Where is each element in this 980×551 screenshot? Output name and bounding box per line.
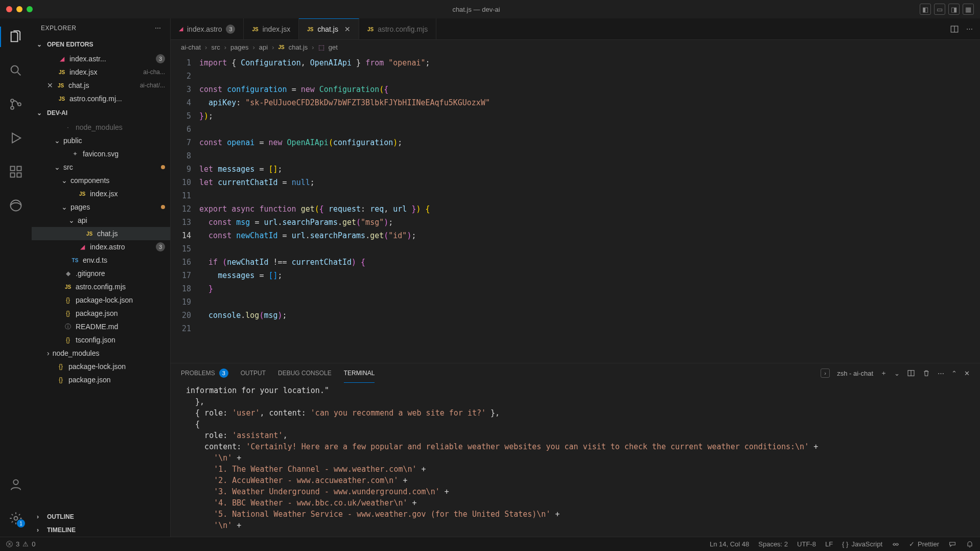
code-editor[interactable]: 123456789101112131415161718192021 import… bbox=[171, 54, 980, 363]
close-panel-icon[interactable]: ✕ bbox=[964, 370, 970, 377]
file-item[interactable]: ⓘREADME.md bbox=[32, 320, 170, 333]
json-file-icon: {} bbox=[59, 376, 63, 383]
folder-item[interactable]: ⌄pages bbox=[32, 200, 170, 214]
editor-tab[interactable]: JSindex.jsx bbox=[244, 18, 299, 39]
crumb[interactable]: get bbox=[329, 43, 338, 51]
settings-activity-icon[interactable]: 1 bbox=[4, 506, 28, 531]
error-icon: ⓧ bbox=[6, 540, 13, 549]
project-section-header[interactable]: ⌄ DEV-AI bbox=[32, 106, 170, 120]
folder-item[interactable]: ›node_modules bbox=[32, 347, 170, 360]
explorer-more-icon[interactable]: ⋯ bbox=[155, 25, 161, 32]
toggle-primary-sidebar-icon[interactable]: ◧ bbox=[920, 4, 931, 15]
debug-console-tab[interactable]: DEBUG CONSOLE bbox=[278, 363, 332, 383]
file-item[interactable]: ◢index.astro3 bbox=[32, 240, 170, 254]
file-name: index.astr... bbox=[69, 55, 153, 63]
file-item[interactable]: JSindex.jsx bbox=[32, 187, 170, 200]
source-control-activity-icon[interactable] bbox=[4, 92, 28, 117]
split-terminal-icon[interactable] bbox=[907, 369, 915, 377]
terminal-output[interactable]: information for your location." }, { rol… bbox=[171, 383, 980, 537]
folder-item[interactable]: ⌄api bbox=[32, 214, 170, 227]
file-item[interactable]: ✦favicon.svg bbox=[32, 147, 170, 160]
crumb[interactable]: chat.js bbox=[289, 43, 308, 51]
maximize-window-button[interactable] bbox=[27, 6, 33, 12]
file-item[interactable]: {}package-lock.json bbox=[32, 360, 170, 373]
accounts-activity-icon[interactable] bbox=[4, 472, 28, 497]
maximize-panel-icon[interactable]: ⌃ bbox=[951, 370, 957, 377]
status-copilot-icon[interactable] bbox=[892, 540, 900, 548]
new-terminal-icon[interactable]: ＋ bbox=[880, 369, 887, 378]
editor-tab[interactable]: JSastro.config.mjs bbox=[359, 18, 436, 39]
terminal-shell-label[interactable]: zsh - ai-chat bbox=[837, 370, 873, 377]
problems-tab[interactable]: PROBLEMS 3 bbox=[181, 363, 228, 383]
timeline-section-header[interactable]: › TIMELINE bbox=[32, 523, 170, 537]
status-prettier[interactable]: ✓ Prettier bbox=[909, 540, 939, 548]
outline-label: OUTLINE bbox=[47, 513, 74, 520]
file-item[interactable]: TSenv.d.ts bbox=[32, 254, 170, 267]
status-feedback-icon[interactable] bbox=[948, 540, 956, 548]
crumb[interactable]: pages bbox=[230, 43, 248, 51]
file-item[interactable]: ·node_modules bbox=[32, 121, 170, 134]
code-content[interactable]: import { Configuration, OpenAIApi } from… bbox=[199, 54, 980, 363]
extensions-activity-icon[interactable] bbox=[4, 159, 28, 184]
toggle-panel-icon[interactable]: ▭ bbox=[934, 4, 945, 15]
item-name: favicon.svg bbox=[83, 150, 165, 158]
status-notifications-icon[interactable] bbox=[966, 540, 974, 548]
window-title: chat.js — dev-ai bbox=[33, 6, 920, 13]
editor-tab[interactable]: JSchat.js✕ bbox=[299, 18, 359, 39]
open-editors-section-header[interactable]: ⌄ OPEN EDITORS bbox=[32, 38, 170, 51]
status-encoding[interactable]: UTF-8 bbox=[797, 540, 816, 548]
edge-tools-activity-icon[interactable] bbox=[4, 193, 28, 218]
file-item[interactable]: {}package.json bbox=[32, 373, 170, 386]
terminal-tab[interactable]: TERMINAL bbox=[344, 363, 375, 383]
file-item[interactable]: {}package.json bbox=[32, 307, 170, 320]
open-editor-item[interactable]: ✕JSchat.jsai-chat/... bbox=[32, 79, 170, 92]
timeline-label: TIMELINE bbox=[47, 526, 76, 534]
file-item[interactable]: {}tsconfig.json bbox=[32, 333, 170, 347]
minimize-window-button[interactable] bbox=[16, 6, 22, 12]
folder-item[interactable]: ⌄public bbox=[32, 134, 170, 147]
status-language[interactable]: { } JavaScript bbox=[842, 540, 882, 548]
output-tab[interactable]: OUTPUT bbox=[241, 363, 266, 383]
chevron-right-icon: › bbox=[37, 513, 44, 520]
file-item[interactable]: JSastro.config.mjs bbox=[32, 280, 170, 293]
file-path-hint: ai-cha... bbox=[143, 68, 165, 76]
open-editor-item[interactable]: JSindex.jsxai-cha... bbox=[32, 65, 170, 79]
search-activity-icon[interactable] bbox=[4, 58, 28, 83]
status-cursor-position[interactable]: Ln 14, Col 48 bbox=[710, 540, 749, 548]
file-item[interactable]: {}package-lock.json bbox=[32, 293, 170, 307]
folder-item[interactable]: ⌄src bbox=[32, 160, 170, 174]
chevron-right-icon: › bbox=[47, 349, 50, 357]
open-editor-item[interactable]: ◢index.astr...3 bbox=[32, 52, 170, 65]
toggle-secondary-sidebar-icon[interactable]: ◨ bbox=[948, 4, 960, 15]
open-editor-item[interactable]: JSastro.config.mj... bbox=[32, 92, 170, 105]
file-item[interactable]: JSchat.js bbox=[32, 227, 170, 240]
editor-tab[interactable]: ◢index.astro3 bbox=[171, 18, 244, 39]
explorer-activity-icon[interactable] bbox=[4, 25, 28, 49]
more-actions-icon[interactable]: ⋯ bbox=[966, 25, 973, 33]
close-window-button[interactable] bbox=[6, 6, 12, 12]
status-eol[interactable]: LF bbox=[825, 540, 833, 548]
folder-item[interactable]: ⌄components bbox=[32, 174, 170, 187]
terminal-profile-icon[interactable]: › bbox=[821, 369, 830, 378]
panel-more-icon[interactable]: ⋯ bbox=[938, 370, 944, 377]
run-debug-activity-icon[interactable] bbox=[4, 126, 28, 150]
breadcrumb[interactable]: ai-chat› src› pages› api› JS chat.js› ⬚ … bbox=[171, 40, 980, 54]
customize-layout-icon[interactable]: ▦ bbox=[963, 4, 974, 15]
kill-terminal-icon[interactable] bbox=[922, 369, 930, 377]
item-name: env.d.ts bbox=[83, 256, 165, 264]
close-tab-icon[interactable]: ✕ bbox=[344, 25, 351, 33]
split-editor-icon[interactable] bbox=[950, 25, 959, 34]
status-indentation[interactable]: Spaces: 2 bbox=[758, 540, 788, 548]
outline-section-header[interactable]: › OUTLINE bbox=[32, 510, 170, 523]
item-name: package.json bbox=[76, 309, 165, 317]
terminal-dropdown-icon[interactable]: ⌄ bbox=[894, 370, 900, 377]
editor-actions: ⋯ bbox=[943, 18, 980, 39]
crumb[interactable]: ai-chat bbox=[181, 43, 201, 51]
item-name: README.md bbox=[76, 323, 165, 331]
explorer-header: EXPLORER ⋯ bbox=[32, 18, 170, 38]
file-item[interactable]: ◆.gitignore bbox=[32, 267, 170, 280]
close-editor-icon[interactable]: ✕ bbox=[47, 81, 53, 89]
crumb[interactable]: api bbox=[259, 43, 268, 51]
crumb[interactable]: src bbox=[211, 43, 220, 51]
status-problems[interactable]: ⓧ 3 ⚠ 0 bbox=[6, 540, 35, 549]
